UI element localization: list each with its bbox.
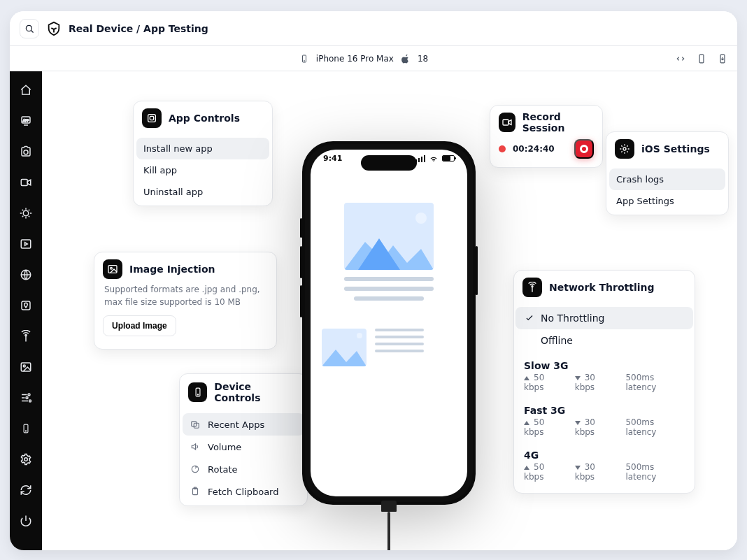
- svg-rect-23: [150, 116, 153, 120]
- svg-rect-22: [148, 115, 156, 122]
- sidebar-antenna[interactable]: [15, 326, 36, 347]
- recent-apps-icon: [190, 419, 201, 430]
- devtools-icon[interactable]: [697, 54, 706, 64]
- volume-icon: [190, 441, 201, 452]
- phone-mock: 9:41: [302, 141, 476, 505]
- search-button[interactable]: [20, 19, 39, 38]
- stop-record-button[interactable]: [574, 139, 594, 159]
- svg-rect-3: [699, 55, 704, 63]
- svg-point-16: [28, 394, 30, 396]
- sidebar-record[interactable]: [15, 172, 36, 193]
- sidebar-location[interactable]: [15, 295, 36, 316]
- check-icon: [524, 313, 535, 324]
- svg-point-30: [192, 466, 198, 472]
- sidebar-apps[interactable]: APP: [15, 110, 36, 131]
- net-option-offline[interactable]: Offline: [515, 329, 693, 352]
- brand-logo-icon: [46, 21, 62, 36]
- download-icon: [575, 466, 581, 470]
- svg-marker-38: [322, 350, 367, 366]
- svg-point-21: [24, 458, 28, 461]
- device-controls-card: Device Controls Recent Apps Volume: [179, 373, 308, 506]
- phone-clock: 9:41: [323, 154, 342, 163]
- svg-point-15: [23, 365, 25, 367]
- net-profile-4g[interactable]: 4G 50 kbps 30 kbps 500ms latency: [515, 441, 693, 486]
- subbar-actions: [676, 54, 727, 64]
- svg-point-7: [24, 150, 28, 155]
- os-version: 18: [418, 54, 428, 64]
- sidebar: APP: [10, 71, 42, 550]
- device-info: iPhone 16 Pro Max 18: [299, 54, 428, 64]
- svg-rect-14: [21, 363, 31, 371]
- sidebar-power[interactable]: [15, 510, 36, 531]
- net-option-no-throttling[interactable]: No Throttling: [515, 307, 693, 329]
- ios-crash-logs[interactable]: Crash logs: [609, 168, 725, 190]
- svg-point-35: [532, 286, 533, 287]
- sidebar-bugs[interactable]: [15, 203, 36, 224]
- image-injection-title: Image Injection: [129, 264, 215, 275]
- placeholder-row: [322, 329, 456, 366]
- sidebar-network[interactable]: [15, 264, 36, 285]
- device-volume[interactable]: Volume: [183, 436, 304, 458]
- svg-text:APP: APP: [23, 119, 29, 122]
- image-injection-icon: [103, 259, 122, 279]
- svg-point-2: [304, 60, 304, 61]
- rotate-icon: [190, 464, 201, 475]
- apple-icon: [401, 54, 411, 64]
- svg-rect-8: [21, 180, 27, 186]
- svg-rect-10: [21, 240, 31, 248]
- install-icon[interactable]: [718, 54, 727, 64]
- svg-rect-24: [108, 266, 117, 273]
- phone-content: [322, 175, 456, 485]
- download-icon: [575, 421, 581, 425]
- sidebar-refresh[interactable]: [15, 480, 36, 501]
- sidebar-media[interactable]: [15, 234, 36, 254]
- ios-settings-icon: [615, 139, 634, 159]
- body: APP: [10, 71, 737, 550]
- image-injection-card: Image Injection Supported formats are .j…: [94, 252, 277, 350]
- net-profile-fast3g[interactable]: Fast 3G 50 kbps 30 kbps 500ms latency: [515, 396, 693, 441]
- record-title: Record Session: [522, 111, 594, 134]
- svg-point-20: [25, 431, 26, 431]
- device-recent-apps[interactable]: Recent Apps: [183, 413, 304, 436]
- placeholder-lines: [322, 277, 456, 301]
- record-icon: [499, 113, 515, 132]
- ios-settings-title: iOS Settings: [641, 143, 710, 155]
- download-icon: [575, 376, 581, 380]
- sidebar-screenshot[interactable]: [15, 141, 36, 162]
- phone-statusbar: 9:41: [311, 154, 467, 163]
- phone-cable: [380, 501, 397, 550]
- network-throttling-icon: [522, 278, 542, 297]
- ios-app-settings[interactable]: App Settings: [609, 190, 725, 212]
- app-controls-uninstall[interactable]: Uninstall app: [136, 181, 269, 203]
- code-icon[interactable]: [676, 54, 685, 64]
- app-controls-icon: [142, 108, 162, 128]
- sidebar-adjust[interactable]: [15, 387, 36, 408]
- canvas: App Controls Install new app Kill app Un…: [42, 71, 737, 550]
- network-throttling-title: Network Throttling: [549, 282, 655, 293]
- svg-point-18: [29, 400, 31, 402]
- svg-point-34: [623, 148, 626, 150]
- recording-indicator-icon: [499, 145, 506, 152]
- upload-image-button[interactable]: Upload Image: [103, 315, 176, 336]
- upload-icon: [524, 466, 529, 470]
- net-profile-slow3g[interactable]: Slow 3G 50 kbps 30 kbps 500ms latency: [515, 352, 693, 396]
- upload-icon: [524, 421, 529, 425]
- sidebar-settings[interactable]: [15, 449, 36, 470]
- svg-point-0: [26, 25, 31, 31]
- device-controls-icon: [188, 382, 207, 402]
- app-controls-install[interactable]: Install new app: [136, 138, 269, 159]
- phone-screen[interactable]: 9:41: [311, 150, 467, 496]
- placeholder-thumb: [322, 329, 367, 366]
- placeholder-smlines: [375, 329, 424, 366]
- device-rotate[interactable]: Rotate: [183, 458, 304, 480]
- record-session-card: Record Session 00:24:40: [490, 105, 603, 168]
- svg-point-9: [23, 210, 29, 216]
- svg-rect-33: [503, 120, 508, 125]
- svg-point-17: [26, 397, 28, 399]
- device-controls-title: Device Controls: [214, 381, 299, 403]
- app-controls-kill[interactable]: Kill app: [136, 159, 269, 181]
- sidebar-device[interactable]: [15, 418, 36, 439]
- device-clipboard[interactable]: Fetch Clipboard: [183, 480, 304, 503]
- sidebar-home[interactable]: [15, 80, 36, 101]
- sidebar-image[interactable]: [15, 357, 36, 378]
